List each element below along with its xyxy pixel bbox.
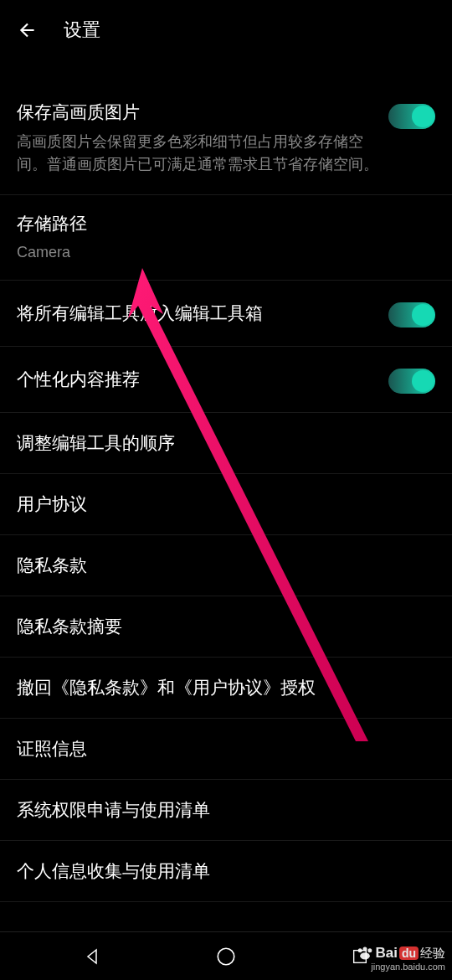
- watermark: Bai du 经验 jingyan.baidu.com: [357, 945, 445, 972]
- setting-privacy-policy[interactable]: 隐私条款: [0, 535, 452, 596]
- svg-point-3: [363, 947, 367, 952]
- setting-title: 存储路径: [17, 212, 435, 235]
- toggle-knob: [412, 370, 434, 392]
- watermark-brand1: Bai: [375, 945, 397, 962]
- svg-point-5: [361, 952, 371, 959]
- svg-point-2: [358, 948, 362, 952]
- svg-point-0: [218, 948, 234, 965]
- setting-system-permissions[interactable]: 系统权限申请与使用清单: [0, 780, 452, 841]
- setting-text-block: 存储路径 Camera: [17, 212, 435, 261]
- settings-list: 保存高画质图片 高画质图片会保留更多色彩和细节但占用较多存储空间。普通画质图片已…: [0, 84, 452, 902]
- header: 设置: [0, 0, 452, 60]
- setting-privacy-summary[interactable]: 隐私条款摘要: [0, 596, 452, 658]
- toggle-save-hq[interactable]: [388, 104, 435, 129]
- setting-title: 证照信息: [17, 737, 87, 761]
- setting-revoke-authorization[interactable]: 撤回《隐私条款》和《用户协议》授权: [0, 658, 452, 719]
- back-button[interactable]: [15, 18, 40, 43]
- setting-title: 撤回《隐私条款》和《用户协议》授权: [17, 676, 316, 699]
- setting-subtitle: Camera: [17, 244, 435, 261]
- setting-adjust-tool-order[interactable]: 调整编辑工具的顺序: [0, 413, 452, 474]
- setting-personal-info-collection[interactable]: 个人信息收集与使用清单: [0, 841, 452, 902]
- setting-text-block: 保存高画质图片 高画质图片会保留更多色彩和细节但占用较多存储空间。普通画质图片已…: [17, 101, 388, 176]
- toggle-personalized[interactable]: [388, 369, 435, 394]
- setting-title: 将所有编辑工具放入编辑工具箱: [17, 302, 263, 325]
- setting-title: 个性化内容推荐: [17, 368, 140, 391]
- setting-title: 保存高画质图片: [17, 101, 388, 124]
- setting-edit-tools-toolbox[interactable]: 将所有编辑工具放入编辑工具箱: [0, 281, 452, 347]
- toggle-knob: [412, 304, 434, 326]
- setting-license-info[interactable]: 证照信息: [0, 719, 452, 780]
- watermark-badge: du: [399, 946, 419, 960]
- watermark-url: jingyan.baidu.com: [371, 962, 445, 972]
- watermark-brand2: 经验: [420, 946, 445, 962]
- nav-back-button[interactable]: [79, 943, 105, 970]
- triangle-back-icon: [82, 946, 102, 967]
- svg-point-4: [368, 948, 372, 952]
- watermark-logo: Bai du 经验: [357, 945, 445, 962]
- setting-title: 调整编辑工具的顺序: [17, 431, 175, 455]
- setting-title: 系统权限申请与使用清单: [17, 798, 210, 822]
- page-title: 设置: [64, 18, 100, 43]
- setting-title: 个人信息收集与使用清单: [17, 859, 210, 883]
- setting-description: 高画质图片会保留更多色彩和细节但占用较多存储空间。普通画质图片已可满足通常需求且…: [17, 131, 388, 176]
- paw-icon: [357, 946, 373, 961]
- arrow-left-icon: [17, 19, 39, 41]
- setting-user-agreement[interactable]: 用户协议: [0, 474, 452, 535]
- nav-home-button[interactable]: [213, 943, 239, 970]
- setting-title: 隐私条款: [17, 554, 87, 577]
- toggle-edit-tools[interactable]: [388, 302, 435, 328]
- setting-personalized-content[interactable]: 个性化内容推荐: [0, 347, 452, 413]
- setting-storage-path[interactable]: 存储路径 Camera: [0, 195, 452, 281]
- setting-title: 用户协议: [17, 493, 87, 516]
- toggle-knob: [412, 106, 434, 127]
- setting-save-hq-image[interactable]: 保存高画质图片 高画质图片会保留更多色彩和细节但占用较多存储空间。普通画质图片已…: [0, 84, 452, 195]
- setting-title: 隐私条款摘要: [17, 615, 122, 638]
- circle-home-icon: [215, 946, 237, 967]
